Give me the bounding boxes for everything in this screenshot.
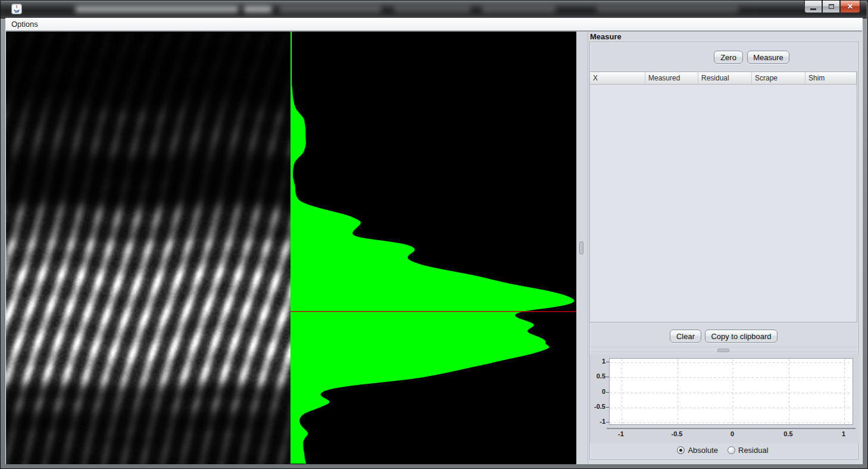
beam-image-panel	[6, 32, 576, 464]
table-header-row: XMeasuredResidualScrapeShim	[590, 72, 857, 85]
maximize-button[interactable]	[822, 1, 840, 13]
measurements-table: XMeasuredResidualScrapeShim	[589, 72, 857, 322]
column-header-measured[interactable]: Measured	[645, 72, 698, 84]
y-tick-mark	[606, 392, 609, 393]
y-tick-label: -0.5	[590, 403, 605, 410]
java-coffee-cup-icon	[11, 4, 22, 14]
x-tick-label: -1	[608, 430, 634, 437]
x-tick-label: 0.5	[775, 430, 801, 437]
y-tick-mark	[606, 407, 609, 408]
client-edge	[862, 18, 863, 464]
gridline-vertical	[733, 359, 733, 424]
panel-title: Measure	[590, 32, 622, 41]
split-grip[interactable]	[579, 241, 583, 254]
blurred-title-text	[596, 6, 739, 13]
measure-panel: Measure Zero Measure XMeasuredResidualSc…	[588, 32, 862, 464]
radio-option-absolute[interactable]: Absolute	[677, 446, 718, 455]
radio-label: Residual	[738, 446, 769, 455]
y-tick-label: -1	[590, 418, 605, 425]
gridline-horizontal	[610, 408, 852, 408]
column-header-shim[interactable]: Shim	[805, 72, 857, 84]
y-tick-label: 0.5	[590, 372, 605, 380]
y-tick-mark	[606, 422, 609, 423]
radio-label: Absolute	[688, 446, 718, 455]
y-tick-label: 1	[590, 358, 605, 365]
x-tick-label: 1	[830, 430, 857, 437]
vertical-split-divider[interactable]	[576, 32, 588, 464]
gridline-horizontal	[610, 377, 852, 378]
x-tick-label: 0	[719, 430, 745, 437]
close-button[interactable]: ✕	[840, 1, 860, 13]
blurred-title-text	[394, 6, 471, 13]
title-bar[interactable]: ✕	[1, 1, 867, 18]
application-window: ✕ Options Measure Zero Measure XMeasured…	[0, 0, 868, 469]
horizontal-split-divider[interactable]	[591, 347, 857, 352]
gridline-horizontal	[610, 423, 852, 423]
gridline-vertical	[677, 359, 678, 424]
result-chart-panel: -1-0.500.5110.50-0.5-1	[590, 354, 859, 443]
blurred-title-text	[75, 6, 239, 13]
blurred-title-text	[243, 6, 272, 13]
copy-to-clipboard-button[interactable]: Copy to clipboard	[705, 330, 778, 343]
blurred-title-text	[279, 6, 382, 13]
blurred-title-text	[482, 6, 556, 13]
split-grip[interactable]	[717, 349, 729, 352]
gridline-vertical	[844, 359, 845, 424]
y-tick-label: 0	[590, 388, 605, 395]
mode-radio-group: AbsoluteResidual	[588, 446, 857, 455]
radio-option-residual[interactable]: Residual	[728, 446, 769, 455]
window-controls: ✕	[804, 1, 860, 13]
gridline-horizontal	[610, 393, 852, 393]
column-header-x[interactable]: X	[590, 72, 645, 84]
clear-button[interactable]: Clear	[670, 330, 701, 343]
close-icon: ✕	[847, 3, 853, 10]
column-header-residual[interactable]: Residual	[698, 72, 752, 84]
maximize-icon	[829, 4, 834, 9]
measure-button[interactable]: Measure	[747, 51, 789, 64]
gridline-vertical	[789, 359, 789, 424]
x-tick-label: -0.5	[664, 430, 690, 437]
radio-unselected-icon[interactable]	[728, 446, 735, 454]
zero-button[interactable]: Zero	[714, 51, 743, 64]
menu-item-options[interactable]: Options	[6, 18, 43, 29]
gridline-horizontal	[610, 362, 852, 363]
minimize-icon	[810, 8, 816, 10]
x-axis-line	[607, 428, 855, 429]
radio-selected-icon[interactable]	[677, 446, 685, 454]
gridline-vertical	[622, 359, 622, 424]
menu-bar: Options	[6, 18, 862, 31]
beam-image-with-profile[interactable]	[6, 32, 576, 464]
y-tick-mark	[606, 377, 609, 377]
plot-area	[609, 358, 853, 425]
column-header-scrape[interactable]: Scrape	[752, 72, 805, 84]
minimize-button[interactable]	[804, 1, 822, 13]
table-body-empty[interactable]	[590, 85, 857, 322]
y-tick-mark	[606, 362, 609, 362]
